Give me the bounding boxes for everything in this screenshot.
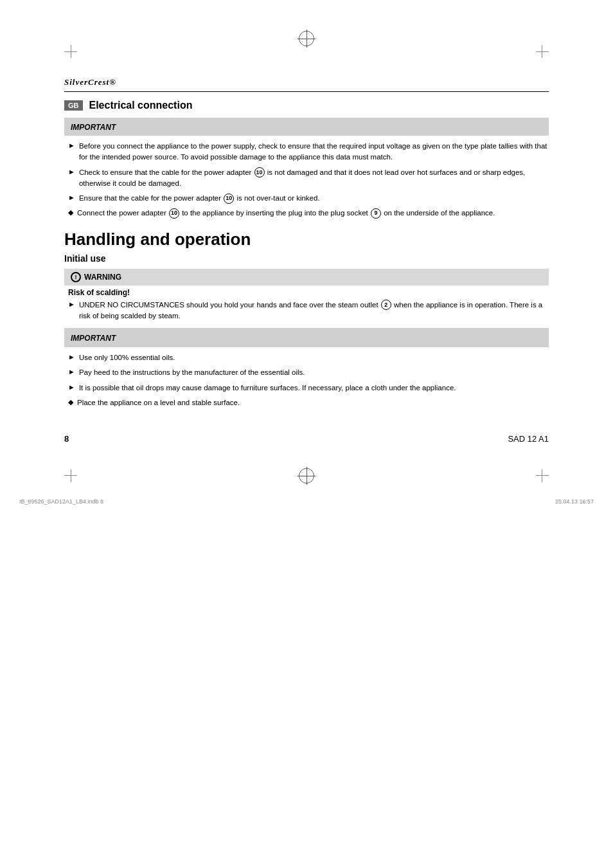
center-crosshair-bottom — [299, 468, 314, 484]
electrical-diamond-bullet: ◆ Connect the power adapter 10 to the ap… — [64, 208, 549, 219]
diamond-icon-1: ◆ — [68, 208, 73, 217]
warning-triangle-icon: ! — [71, 272, 81, 282]
file-info-left: IB_89526_SAD12A1_LB4.indb 8 — [19, 498, 103, 505]
arrow-icon-2: ► — [68, 168, 75, 176]
gb-label: GB — [64, 100, 83, 111]
important-bullet-3: ► It is possible that oil drops may caus… — [64, 383, 549, 393]
important-bullet-2: ► Pay heed to the instructions by the ma… — [64, 367, 549, 378]
corner-mark-top-right — [529, 45, 549, 64]
bottom-registration-area — [0, 457, 613, 495]
electrical-bullet-1-text: Before you connect the appliance to the … — [79, 141, 549, 163]
important-bullet-3-text: It is possible that oil drops may cause … — [79, 383, 456, 393]
handling-important-box: IMPORTANT — [64, 328, 549, 347]
arrow-icon-1: ► — [68, 141, 75, 149]
electrical-bullet-1: ► Before you connect the appliance to th… — [64, 141, 549, 163]
handling-heading: Handling and operation — [64, 230, 549, 249]
electrical-bullet-2: ► Check to ensure that the cable for the… — [64, 167, 549, 190]
arrow-icon-imp3: ► — [68, 383, 75, 391]
electrical-bullet-2-text: Check to ensure that the cable for the p… — [79, 167, 549, 190]
risk-heading: Risk of scalding! — [64, 288, 549, 297]
warning-label: ! WARNING — [71, 272, 542, 282]
electrical-heading: Electrical connection — [89, 100, 193, 111]
arrow-icon-3: ► — [68, 194, 75, 201]
warning-bullet-1: ► UNDER NO CIRCUMSTANCES should you hold… — [64, 300, 549, 322]
circle-num-9: 9 — [371, 208, 381, 219]
important-bullet-2-text: Pay heed to the instructions by the manu… — [79, 367, 305, 378]
brand-name: SilverCrest® — [64, 77, 549, 87]
warning-box: ! WARNING — [64, 269, 549, 285]
diamond-icon-2: ◆ — [68, 398, 73, 406]
circle-num-2: 2 — [381, 300, 391, 310]
important-bullet-1: ► Use only 100% essential oils. — [64, 352, 549, 363]
corner-mark-bottom-right — [529, 463, 549, 482]
corner-mark-top-left — [64, 45, 84, 64]
corner-mark-bottom-left — [64, 463, 84, 482]
arrow-icon-imp2: ► — [68, 368, 75, 375]
brand-rule — [64, 91, 549, 92]
circle-num-10b: 10 — [224, 194, 234, 204]
handling-important-label: IMPORTANT — [71, 334, 116, 343]
electrical-heading-row: GB Electrical connection — [64, 100, 549, 111]
file-footer: IB_89526_SAD12A1_LB4.indb 8 25.04.13 16:… — [0, 495, 613, 508]
arrow-icon-warn: ► — [68, 300, 75, 308]
content-area: SilverCrest® GB Electrical connection IM… — [0, 77, 613, 408]
file-info-right: 25.04.13 16:57 — [555, 498, 594, 505]
initial-use-heading: Initial use — [64, 253, 549, 264]
electrical-important-label: IMPORTANT — [71, 123, 116, 132]
center-crosshair-top — [299, 31, 314, 46]
warning-bullet-text: UNDER NO CIRCUMSTANCES should you hold y… — [79, 300, 549, 322]
important-bullet-1-text: Use only 100% essential oils. — [79, 352, 175, 363]
handling-diamond-bullet: ◆ Place the appliance on a level and sta… — [64, 397, 549, 408]
electrical-bullet-3: ► Ensure that the cable for the power ad… — [64, 193, 549, 204]
page-model: SAD 12 A1 — [508, 434, 549, 444]
page-footer: 8 SAD 12 A1 — [0, 421, 613, 450]
electrical-diamond-text: Connect the power adapter 10 to the appl… — [77, 208, 495, 219]
arrow-icon-imp1: ► — [68, 353, 75, 361]
page: SilverCrest® GB Electrical connection IM… — [0, 0, 613, 868]
electrical-connection-section: GB Electrical connection IMPORTANT ► Bef… — [64, 100, 549, 219]
page-number: 8 — [64, 434, 69, 444]
handling-diamond-text: Place the appliance on a level and stabl… — [77, 397, 240, 408]
circle-num-10c: 10 — [169, 208, 179, 219]
top-registration-area — [0, 0, 613, 77]
electrical-bullet-3-text: Ensure that the cable for the power adap… — [79, 193, 320, 204]
circle-num-10a: 10 — [254, 167, 265, 177]
electrical-important-box: IMPORTANT — [64, 118, 549, 136]
